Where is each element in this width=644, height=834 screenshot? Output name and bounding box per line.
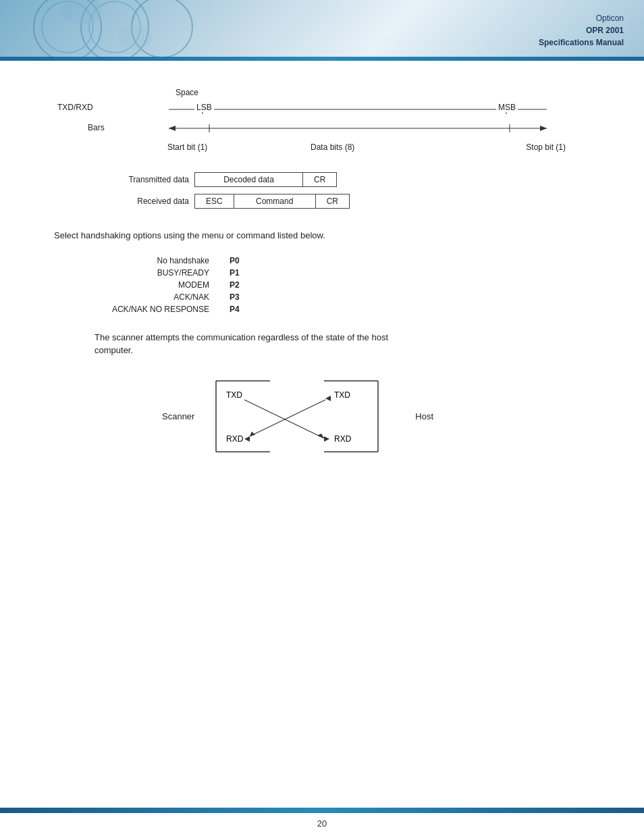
main-content: Space TXD/RXD xyxy=(0,61,644,489)
handshaking-intro: Select handshaking options using the men… xyxy=(54,229,590,242)
handshake-row-1: BUSY/READY P1 xyxy=(95,268,590,278)
data-bits-label: Data bits (8) xyxy=(311,142,354,152)
product-name: OPR 2001 xyxy=(539,24,624,36)
stop-bit-label: Stop bit (1) xyxy=(526,142,566,152)
cr2-box: CR xyxy=(315,194,350,209)
received-data-row: Received data ESC Command CR xyxy=(108,194,590,209)
svg-line-30 xyxy=(250,400,325,436)
connection-diagram: Scanner Host TXD TXD xyxy=(162,374,446,462)
svg-point-5 xyxy=(61,0,101,25)
svg-text:TXD: TXD xyxy=(334,390,350,400)
command-box: Command xyxy=(234,194,315,209)
start-bit-label: Start bit (1) xyxy=(167,142,207,152)
svg-marker-29 xyxy=(324,436,329,442)
description-text: The scanner attempts the communication r… xyxy=(95,331,590,357)
handshake-row-2: MODEM P2 xyxy=(95,280,590,290)
svg-marker-23 xyxy=(317,434,324,438)
txd-rxd-label: TXD/RXD xyxy=(57,103,93,112)
handshake-name-0: No handshake xyxy=(95,256,230,265)
svg-marker-11 xyxy=(169,126,176,131)
svg-text:TXD: TXD xyxy=(226,390,242,400)
handshake-name-1: BUSY/READY xyxy=(95,268,230,278)
handshake-value-2: P2 xyxy=(230,280,240,290)
data-format-diagram: Transmitted data Decoded data CR Receive… xyxy=(108,172,590,209)
page-header: Opticon OPR 2001 Specifications Manual xyxy=(0,0,644,61)
handshake-value-1: P1 xyxy=(230,268,240,278)
handshake-row-0: No handshake P0 xyxy=(95,256,590,265)
connection-svg: TXD TXD RXD RXD xyxy=(162,374,446,462)
svg-marker-12 xyxy=(540,126,547,131)
footer-bar xyxy=(0,808,644,813)
header-info: Opticon OPR 2001 Specifications Manual xyxy=(539,12,624,49)
cr1-box: CR xyxy=(302,172,337,187)
svg-text:RXD: RXD xyxy=(226,434,244,444)
handshake-row-3: ACK/NAK P3 xyxy=(95,292,590,302)
manual-title: Specifications Manual xyxy=(539,36,624,49)
transmitted-label: Transmitted data xyxy=(108,175,189,184)
decoded-data-box: Decoded data xyxy=(194,172,302,187)
svg-point-6 xyxy=(118,25,152,49)
lsb-label: LSB xyxy=(194,103,214,112)
page-number: 20 xyxy=(0,813,644,834)
handshake-name-3: ACK/NAK xyxy=(95,292,230,302)
handshake-row-4: ACK/NAK NO RESPONSE P4 xyxy=(95,305,590,314)
page-footer: 20 xyxy=(0,808,644,834)
bars-label: Bars xyxy=(88,123,105,132)
company-name: Opticon xyxy=(539,12,624,24)
signal-timing-diagram: Space TXD/RXD xyxy=(54,88,590,152)
handshake-table: No handshake P0 BUSY/READY P1 MODEM P2 A… xyxy=(95,256,590,314)
esc-box: ESC xyxy=(194,194,234,209)
svg-marker-25 xyxy=(325,396,331,401)
svg-line-22 xyxy=(244,400,324,438)
svg-marker-27 xyxy=(244,436,250,442)
handshake-name-4: ACK/NAK NO RESPONSE xyxy=(95,305,230,314)
received-label: Received data xyxy=(108,197,189,206)
handshake-name-2: MODEM xyxy=(95,280,230,290)
transmitted-data-row: Transmitted data Decoded data CR xyxy=(108,172,590,187)
svg-text:RXD: RXD xyxy=(334,434,352,444)
header-decoration xyxy=(27,0,216,61)
handshake-value-3: P3 xyxy=(230,292,240,302)
header-bottom-bar xyxy=(0,57,644,61)
msb-label: MSB xyxy=(496,103,518,112)
handshake-value-4: P4 xyxy=(230,305,240,314)
handshake-value-0: P0 xyxy=(230,256,240,265)
